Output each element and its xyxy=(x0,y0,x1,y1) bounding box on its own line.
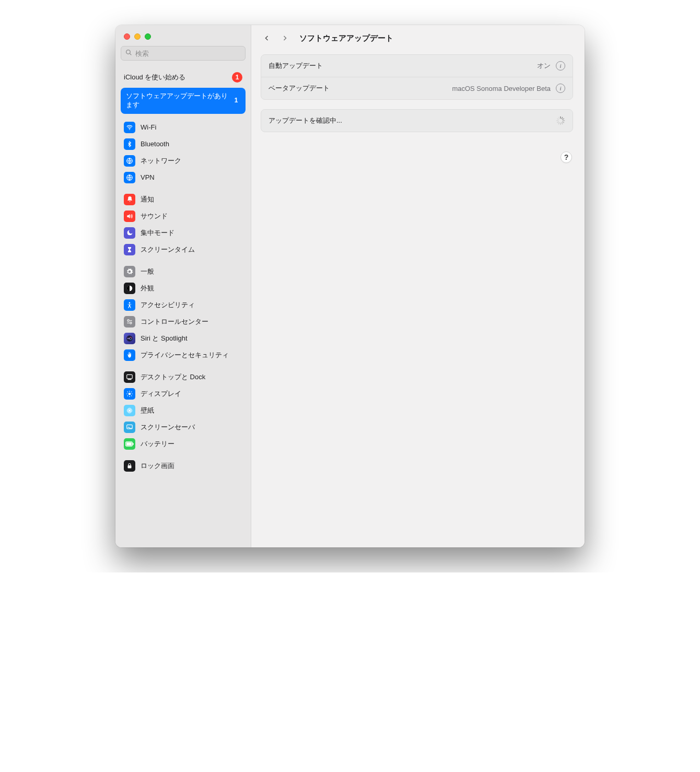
svg-line-43 xyxy=(558,118,559,119)
wallpaper-icon xyxy=(124,405,135,416)
sidebar-item-集中モード[interactable]: 集中モード xyxy=(121,225,246,241)
bt-icon xyxy=(124,138,135,150)
svg-rect-31 xyxy=(128,465,132,469)
sidebar-item-label: アクセシビリティ xyxy=(141,300,195,310)
accessibility-icon xyxy=(124,299,135,311)
svg-point-7 xyxy=(127,320,130,322)
search-field[interactable] xyxy=(121,46,246,61)
sidebar-item-プライバシーとセキュリティ[interactable]: プライバシーとセキュリティ xyxy=(121,347,246,364)
svg-line-1 xyxy=(130,53,131,55)
net-icon xyxy=(124,155,135,167)
screensaver-icon xyxy=(124,422,135,433)
minimize-window-button[interactable] xyxy=(134,33,141,40)
sidebar-item-label: プライバシーとセキュリティ xyxy=(141,350,229,360)
checking-label: アップデートを確認中... xyxy=(269,116,556,125)
sidebar-item-siri-と-spotlight[interactable]: Siri と Spotlight xyxy=(121,330,246,347)
sidebar-item-label: スクリーンセーバ xyxy=(141,423,195,432)
main-pane: ソフトウェアアップデート 自動アップデート オン i ベータアップデート mac… xyxy=(251,25,585,547)
sidebar-item-アクセシビリティ[interactable]: アクセシビリティ xyxy=(121,297,246,313)
sidebar-item-label: コントロールセンター xyxy=(141,317,208,326)
back-button[interactable] xyxy=(261,32,273,44)
svg-rect-29 xyxy=(126,442,132,445)
sidebar-item-label: 通知 xyxy=(141,195,154,204)
vpn-icon xyxy=(124,172,135,183)
svg-rect-30 xyxy=(133,443,134,445)
sidebar-item-ネットワーク[interactable]: ネットワーク xyxy=(121,153,246,169)
sidebar-item-vpn[interactable]: VPN xyxy=(121,169,246,186)
hand-icon xyxy=(124,349,135,361)
row-auto-update[interactable]: 自動アップデート オン i xyxy=(261,55,573,77)
sidebar-item-スクリーンセーバ[interactable]: スクリーンセーバ xyxy=(121,419,246,436)
forward-button[interactable] xyxy=(278,32,291,44)
display-icon xyxy=(124,388,135,400)
sidebar-item-wi-fi[interactable]: Wi-Fi xyxy=(121,119,246,136)
svg-point-2 xyxy=(129,129,130,130)
dock-icon xyxy=(124,371,135,383)
svg-line-21 xyxy=(127,395,128,396)
page-title: ソフトウェアアップデート xyxy=(299,33,393,43)
close-window-button[interactable] xyxy=(124,33,130,40)
sidebar-item-壁紙[interactable]: 壁紙 xyxy=(121,402,246,419)
svg-line-19 xyxy=(127,391,128,392)
search-input[interactable] xyxy=(135,50,241,57)
bell-icon xyxy=(124,194,135,205)
sidebar-item-label: 外観 xyxy=(141,284,154,293)
sidebar-item-スクリーンタイム[interactable]: スクリーンタイム xyxy=(121,241,246,258)
sidebar-item-label: 壁紙 xyxy=(141,406,154,415)
lock-icon xyxy=(124,460,135,472)
settings-group-updates: 自動アップデート オン i ベータアップデート macOS Sonoma Dev… xyxy=(261,54,573,100)
badge-icon: 1 xyxy=(232,72,242,83)
sound-icon xyxy=(124,210,135,222)
sidebar-item-bluetooth[interactable]: Bluetooth xyxy=(121,136,246,153)
row-beta-update[interactable]: ベータアップデート macOS Sonoma Developer Beta i xyxy=(261,77,573,99)
info-icon[interactable]: i xyxy=(556,84,565,93)
sidebar-item-外観[interactable]: 外観 xyxy=(121,280,246,297)
sidebar-item-ディスプレイ[interactable]: ディスプレイ xyxy=(121,385,246,402)
sidebar-item-label: バッテリー xyxy=(141,439,174,449)
sidebar-item-label: ディスプレイ xyxy=(141,389,181,399)
battery-icon xyxy=(124,438,135,450)
siri-icon xyxy=(124,333,135,344)
info-icon[interactable]: i xyxy=(556,61,565,71)
update-badge: 1 xyxy=(232,97,240,105)
svg-point-23 xyxy=(129,410,131,412)
sidebar-item-label: ネットワーク xyxy=(141,156,181,166)
svg-rect-12 xyxy=(127,375,133,379)
sidebar-item-通知[interactable]: 通知 xyxy=(121,191,246,208)
sidebar-item-一般[interactable]: 一般 xyxy=(121,263,246,280)
row-checking: アップデートを確認中... xyxy=(261,110,573,132)
svg-line-36 xyxy=(563,122,564,123)
icloud-label: iCloud を使い始める xyxy=(124,73,185,82)
svg-point-0 xyxy=(126,50,131,54)
wifi-icon xyxy=(124,122,135,133)
settings-window: iCloud を使い始める 1 ソフトウェアアップデートがあります 1 Wi-F… xyxy=(115,25,585,547)
svg-line-39 xyxy=(558,123,559,124)
sidebar-item-バッテリー[interactable]: バッテリー xyxy=(121,436,246,452)
sidebar-item-label: Siri と Spotlight xyxy=(141,334,188,343)
update-banner-text: ソフトウェアアップデートがあります xyxy=(126,92,232,110)
search-icon xyxy=(125,49,132,58)
sidebar-item-software-update[interactable]: ソフトウェアアップデートがあります 1 xyxy=(121,88,246,114)
sidebar-item-label: サウンド xyxy=(141,212,168,221)
sidebar-item-label: Bluetooth xyxy=(141,140,169,148)
window-controls xyxy=(115,25,251,46)
help-button[interactable]: ? xyxy=(561,151,572,163)
sidebar-item-ロック画面[interactable]: ロック画面 xyxy=(121,458,246,474)
cc-icon xyxy=(124,316,135,327)
sidebar-item-label: ロック画面 xyxy=(141,461,174,471)
sidebar-item-サウンド[interactable]: サウンド xyxy=(121,208,246,225)
auto-update-value: オン xyxy=(537,61,551,71)
svg-line-33 xyxy=(562,118,563,119)
sidebar-item-icloud-setup[interactable]: iCloud を使い始める 1 xyxy=(121,68,246,88)
gear-icon xyxy=(124,266,135,277)
svg-line-40 xyxy=(557,122,559,123)
svg-line-20 xyxy=(131,395,132,396)
svg-point-6 xyxy=(129,302,131,303)
sidebar-item-デスクトップと-dock[interactable]: デスクトップと Dock xyxy=(121,369,246,385)
svg-line-34 xyxy=(563,119,564,120)
sidebar: iCloud を使い始める 1 ソフトウェアアップデートがあります 1 Wi-F… xyxy=(115,25,251,547)
auto-update-label: 自動アップデート xyxy=(269,61,537,71)
zoom-window-button[interactable] xyxy=(145,33,151,40)
sidebar-item-コントロールセンター[interactable]: コントロールセンター xyxy=(121,313,246,330)
beta-update-value: macOS Sonoma Developer Beta xyxy=(452,85,551,92)
